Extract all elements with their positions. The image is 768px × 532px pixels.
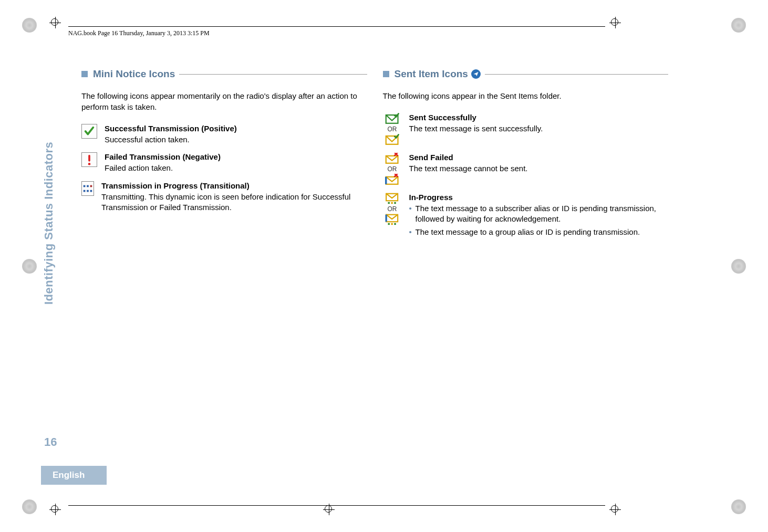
or-label: OR [388, 165, 397, 173]
svg-rect-20 [391, 223, 392, 225]
svg-rect-16 [394, 202, 396, 204]
item-title: Successful Transmission (Positive) [105, 124, 237, 133]
section-title: Mini Notice Icons [93, 68, 175, 80]
item-desc: Failed action taken. [105, 163, 221, 173]
svg-rect-14 [388, 202, 389, 204]
sent-success-envelope-alt-icon [385, 134, 400, 145]
icon-stack: OR [383, 153, 402, 185]
print-mark-icon [731, 18, 746, 33]
registration-mark-icon [609, 504, 621, 515]
print-mark-icon [731, 499, 746, 514]
list-item: Transmission in Progress (Transitional) … [81, 181, 367, 213]
list-item: OR Sent Successfully The text message is… [383, 113, 669, 145]
svg-rect-2 [84, 185, 86, 187]
svg-rect-4 [90, 185, 92, 187]
registration-mark-icon [49, 17, 61, 28]
send-failed-envelope-icon [385, 153, 400, 164]
failed-exclamation-icon [81, 152, 97, 167]
item-desc: The text message cannot be sent. [409, 163, 528, 174]
svg-rect-21 [394, 223, 396, 225]
page-number: 16 [44, 435, 57, 449]
item-text: Sent Successfully The text message is se… [409, 113, 543, 134]
page-body: Mini Notice Icons The following icons ap… [81, 68, 668, 479]
item-text: In-Progress The text message to a subscr… [409, 193, 669, 239]
sent-badge-icon [471, 69, 481, 79]
svg-rect-3 [87, 185, 89, 187]
section-intro: The following icons appear in the Sent I… [383, 90, 669, 101]
svg-rect-5 [84, 190, 86, 192]
section-header-row: Mini Notice Icons [81, 68, 367, 80]
item-text: Transmission in Progress (Transitional) … [101, 181, 367, 213]
icon-stack: OR [383, 113, 402, 145]
section-bullet-icon [81, 71, 88, 77]
svg-rect-6 [87, 190, 89, 192]
item-title: Send Failed [409, 153, 528, 162]
print-mark-icon [731, 259, 746, 274]
list-item: Failed Transmission (Negative) Failed ac… [81, 152, 367, 173]
section-side-label: Identifying Status Indicators [42, 142, 56, 305]
header-rule [68, 26, 605, 27]
item-bullet: The text message to a group alias or ID … [409, 227, 669, 237]
svg-rect-18 [385, 215, 387, 222]
print-mark-icon [22, 18, 37, 33]
in-progress-dots-icon [81, 181, 94, 196]
success-check-icon [81, 124, 97, 139]
item-bullet: The text message to a subscriber alias o… [409, 203, 669, 225]
item-title: In-Progress [409, 193, 669, 202]
icon-stack: OR [383, 193, 402, 225]
right-column: Sent Item Icons The following icons appe… [383, 68, 669, 479]
svg-rect-7 [90, 190, 92, 192]
registration-mark-icon [49, 504, 61, 515]
svg-rect-19 [388, 223, 389, 225]
section-intro: The following icons appear momentarily o… [81, 90, 367, 112]
item-text: Failed Transmission (Negative) Failed ac… [105, 152, 221, 173]
print-mark-icon [22, 499, 37, 514]
item-text: Successful Transmission (Positive) Succe… [105, 124, 237, 145]
or-label: OR [388, 126, 397, 133]
svg-rect-0 [88, 155, 90, 162]
registration-mark-icon [609, 17, 621, 28]
list-item: OR In-Progress The text message to a sub… [383, 193, 669, 239]
item-desc: Successful action taken. [105, 134, 237, 145]
item-title: Sent Successfully [409, 113, 543, 122]
section-header-row: Sent Item Icons [383, 68, 669, 80]
item-bullet-list: The text message to a subscriber alias o… [409, 203, 669, 237]
or-label: OR [388, 205, 397, 213]
page-header-text: NAG.book Page 16 Thursday, January 3, 20… [68, 29, 210, 37]
in-progress-envelope-icon [385, 193, 400, 204]
svg-rect-12 [385, 177, 387, 184]
in-progress-envelope-alt-icon [385, 214, 400, 225]
section-rule [485, 74, 668, 75]
svg-rect-15 [391, 202, 392, 204]
svg-point-1 [88, 163, 91, 165]
list-item: OR Send Failed The text message cannot b… [383, 153, 669, 185]
section-bullet-icon [383, 71, 389, 77]
item-desc: Transmitting. This dynamic icon is seen … [101, 192, 367, 213]
print-mark-icon [22, 259, 37, 274]
sent-success-envelope-icon [385, 113, 400, 124]
footer-rule [68, 505, 605, 506]
item-text: Send Failed The text message cannot be s… [409, 153, 528, 174]
list-item: Successful Transmission (Positive) Succe… [81, 124, 367, 145]
left-column: Mini Notice Icons The following icons ap… [81, 68, 367, 479]
item-title: Failed Transmission (Negative) [105, 152, 221, 161]
item-title: Transmission in Progress (Transitional) [101, 181, 367, 190]
item-desc: The text message is sent successfully. [409, 123, 543, 134]
section-rule [179, 74, 367, 75]
section-title: Sent Item Icons [395, 68, 468, 80]
send-failed-envelope-alt-icon [385, 174, 400, 185]
